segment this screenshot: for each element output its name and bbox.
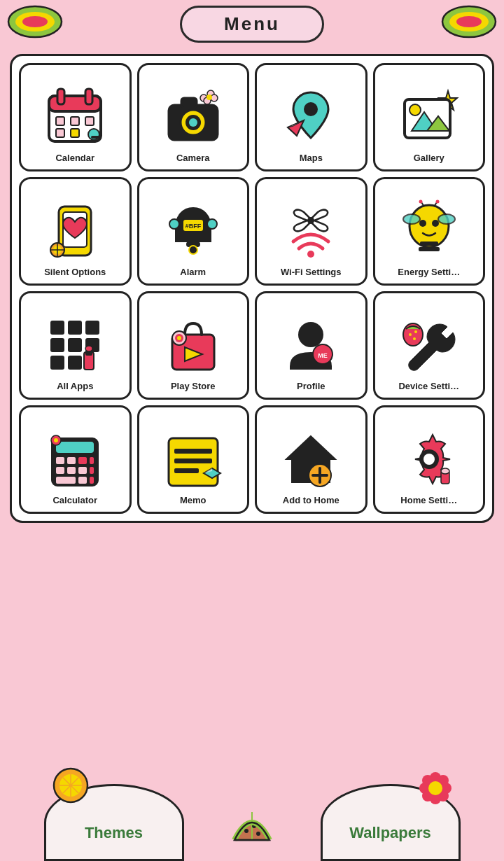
app-label-calculator: Calculator xyxy=(52,495,97,506)
wifi-icon xyxy=(279,200,342,262)
svg-rect-91 xyxy=(78,467,87,474)
svg-rect-90 xyxy=(67,467,76,474)
app-label-maps: Maps xyxy=(300,153,323,164)
svg-point-111 xyxy=(441,468,449,474)
svg-rect-63 xyxy=(50,338,64,352)
svg-rect-93 xyxy=(56,477,76,484)
addtohome-icon xyxy=(279,428,342,491)
camera-icon xyxy=(162,85,225,148)
svg-point-49 xyxy=(410,205,449,247)
svg-point-42 xyxy=(189,246,197,254)
svg-point-70 xyxy=(85,346,92,351)
svg-rect-86 xyxy=(67,457,76,464)
app-tile-alarm[interactable]: #BFF Alarm xyxy=(137,177,250,286)
app-label-camera: Camera xyxy=(176,153,210,164)
svg-point-80 xyxy=(409,333,412,336)
app-tile-calendar[interactable]: Calendar xyxy=(19,63,132,172)
svg-rect-84 xyxy=(56,442,94,453)
silent-icon xyxy=(43,200,106,262)
app-tile-allapps[interactable]: All Apps xyxy=(19,291,132,400)
app-tile-wifi[interactable]: Wi-Fi Settings xyxy=(255,177,368,286)
app-tile-energy[interactable]: Energy Setti… xyxy=(373,177,486,286)
menu-title: Menu xyxy=(180,6,324,43)
svg-point-50 xyxy=(419,220,426,227)
svg-rect-87 xyxy=(78,457,87,464)
app-grid: Calendar Camera xyxy=(10,54,494,523)
svg-rect-53 xyxy=(419,247,440,251)
homesettings-icon xyxy=(398,428,461,491)
app-tile-addtohome[interactable]: Add to Home xyxy=(255,405,368,514)
svg-point-51 xyxy=(432,220,439,227)
app-tile-memo[interactable]: Memo xyxy=(137,405,250,514)
app-tile-maps[interactable]: Maps xyxy=(255,63,368,172)
app-tile-gallery[interactable]: Gallery xyxy=(373,63,486,172)
svg-rect-95 xyxy=(90,477,94,484)
svg-point-48 xyxy=(307,251,314,258)
svg-rect-67 xyxy=(68,356,82,370)
app-tile-silent[interactable]: Silent Options xyxy=(19,177,132,286)
watermelon-icon xyxy=(227,802,276,850)
svg-point-54 xyxy=(403,214,420,224)
app-tile-playstore[interactable]: Play Store xyxy=(137,291,250,400)
themes-bubble[interactable]: Themes xyxy=(44,784,184,861)
maps-icon xyxy=(279,85,342,148)
flower-icon xyxy=(418,771,453,806)
lemon-icon xyxy=(52,766,90,805)
svg-rect-101 xyxy=(174,468,199,473)
svg-rect-62 xyxy=(85,321,99,335)
svg-point-75 xyxy=(177,336,181,340)
svg-point-34 xyxy=(410,104,421,115)
app-tile-profile[interactable]: ME Profile xyxy=(255,291,368,400)
svg-rect-16 xyxy=(91,136,101,139)
profile-icon: ME xyxy=(279,314,342,377)
svg-rect-99 xyxy=(174,449,212,454)
app-label-energy: Energy Setti… xyxy=(398,267,460,278)
calculator-icon xyxy=(43,428,106,491)
app-tile-camera[interactable]: Camera xyxy=(137,63,250,172)
themes-nav-section[interactable]: Themes xyxy=(0,784,227,861)
app-tile-device[interactable]: Device Setti… xyxy=(373,291,486,400)
memo-icon xyxy=(162,428,225,491)
svg-point-81 xyxy=(414,330,417,333)
svg-rect-85 xyxy=(56,457,64,464)
svg-point-131 xyxy=(428,781,442,795)
svg-rect-13 xyxy=(56,129,64,137)
svg-rect-66 xyxy=(50,356,64,370)
app-label-silent: Silent Options xyxy=(44,267,106,278)
svg-point-59 xyxy=(435,200,439,204)
svg-point-119 xyxy=(244,829,248,833)
center-watermelon xyxy=(227,802,276,861)
svg-rect-92 xyxy=(90,467,94,474)
svg-point-121 xyxy=(256,832,260,836)
svg-rect-52 xyxy=(420,241,438,246)
svg-point-26 xyxy=(189,118,197,127)
svg-point-109 xyxy=(424,454,435,465)
app-label-gallery: Gallery xyxy=(414,153,444,164)
svg-point-97 xyxy=(54,438,58,442)
svg-rect-60 xyxy=(50,321,64,335)
allapps-icon xyxy=(43,314,106,377)
wallpapers-nav-section[interactable]: Wallpapers xyxy=(276,784,504,861)
svg-point-47 xyxy=(307,217,314,224)
svg-text:ME: ME xyxy=(318,352,328,359)
svg-rect-64 xyxy=(68,338,82,352)
device-icon xyxy=(398,314,461,377)
svg-point-46 xyxy=(207,219,217,229)
svg-rect-8 xyxy=(57,89,64,104)
app-tile-homesettings[interactable]: Home Setti… xyxy=(373,405,486,514)
svg-point-55 xyxy=(438,214,455,224)
svg-rect-11 xyxy=(71,117,79,125)
app-tile-calculator[interactable]: Calculator xyxy=(19,405,132,514)
svg-point-82 xyxy=(413,337,416,340)
svg-point-57 xyxy=(419,200,422,204)
svg-rect-61 xyxy=(68,321,82,335)
wallpapers-bubble[interactable]: Wallpapers xyxy=(321,784,461,861)
calendar-icon xyxy=(43,85,106,148)
svg-rect-100 xyxy=(174,458,212,463)
svg-point-21 xyxy=(206,94,212,100)
svg-rect-14 xyxy=(71,129,79,137)
svg-text:#BFF: #BFF xyxy=(186,223,202,230)
svg-point-27 xyxy=(304,102,318,116)
app-label-playstore: Play Store xyxy=(171,381,216,392)
app-label-allapps: All Apps xyxy=(57,381,93,392)
